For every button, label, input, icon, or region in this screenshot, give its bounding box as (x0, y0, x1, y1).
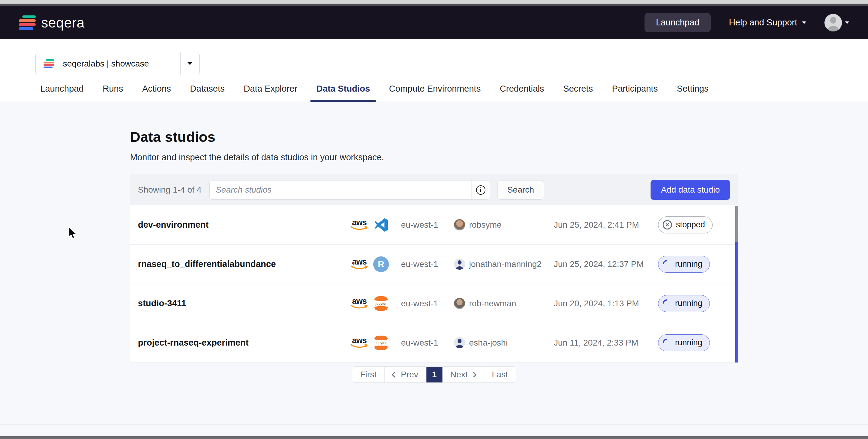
user-cell: jonathan-manning2 (454, 258, 554, 270)
table-row: rnaseq_to_differentialabundance aws jupy… (130, 245, 738, 284)
table-scrollbar[interactable] (735, 205, 738, 363)
region-label: eu-west-1 (401, 338, 454, 348)
status-badge: running (658, 256, 710, 273)
tab-compute-environments[interactable]: Compute Environments (389, 84, 480, 102)
user-menu[interactable] (825, 14, 849, 31)
table-row: project-rnaseq-experiment aws jupyter eu… (130, 323, 738, 363)
status-cell: running (658, 335, 734, 351)
created-date: Jun 20, 2024, 1:13 PM (554, 299, 658, 308)
workspace-selector-toggle[interactable] (181, 62, 199, 65)
pagination-next-label: Next (450, 370, 468, 379)
studio-name-link[interactable]: rnaseq_to_differentialabundance (138, 259, 350, 269)
region-label: eu-west-1 (401, 220, 454, 230)
tab-data-studios[interactable]: Data Studios (316, 84, 370, 102)
tab-data-explorer[interactable]: Data Explorer (244, 84, 297, 102)
table-row: dev-environment aws jupyter eu-west-1 ro… (130, 205, 738, 245)
status-icon (663, 220, 672, 229)
status-badge: stopped (658, 217, 713, 233)
user-name: robsyme (469, 220, 501, 230)
user-avatar-icon (454, 298, 465, 309)
search-field (209, 180, 490, 199)
user-cell: rob-newman (454, 298, 554, 309)
chevron-right-icon (471, 372, 477, 377)
seqera-logo-icon (19, 15, 36, 30)
add-data-studio-button[interactable]: Add data studio (651, 180, 730, 200)
studios-table: dev-environment aws jupyter eu-west-1 ro… (130, 205, 738, 363)
tab-settings[interactable]: Settings (677, 84, 709, 102)
status-icon (661, 337, 673, 349)
launchpad-button[interactable]: Launchpad (645, 13, 711, 32)
tab-launchpad[interactable]: Launchpad (40, 84, 84, 102)
workspace-selector-label: seqeralabs | showcase (63, 59, 180, 69)
created-date: Jun 11, 2024, 2:33 PM (554, 338, 658, 348)
tab-datasets[interactable]: Datasets (190, 84, 224, 102)
environment-icons: aws jupyter (350, 256, 401, 272)
page-subtitle: Monitor and inspect the details of data … (130, 152, 738, 162)
table-row: studio-3411 aws jupyter eu-west-1 rob-ne… (130, 284, 738, 323)
region-label: eu-west-1 (401, 259, 454, 269)
studio-name-link[interactable]: project-rnaseq-experiment (138, 338, 350, 348)
region-label: eu-west-1 (401, 299, 454, 308)
environment-icons: aws jupyter (350, 335, 401, 351)
pagination-current-page[interactable]: 1 (426, 367, 442, 382)
studios-card: Showing 1-4 of 4 Search Add data studio … (130, 175, 738, 363)
chevron-left-icon (392, 372, 397, 377)
footer-divider (0, 425, 868, 425)
status-cell: running (658, 256, 734, 273)
jupyter-icon: jupyter (373, 335, 389, 351)
status-label: stopped (676, 220, 705, 229)
studio-name-link[interactable]: dev-environment (138, 220, 350, 230)
status-badge: running (658, 335, 710, 351)
rstudio-icon (373, 256, 389, 272)
jupyter-icon: jupyter (373, 296, 389, 311)
scrollbar-thumb[interactable] (735, 206, 738, 242)
vscode-icon (373, 217, 389, 233)
search-input[interactable] (210, 181, 471, 199)
top-navbar: seqera Launchpad Help and Support (0, 6, 868, 39)
studios-toolbar: Showing 1-4 of 4 Search Add data studio (130, 175, 738, 205)
tab-participants[interactable]: Participants (612, 84, 658, 102)
pagination-prev-button[interactable]: Prev (384, 367, 426, 382)
user-cell: esha-joshi (454, 337, 554, 348)
help-and-support-label: Help and Support (729, 18, 797, 28)
info-circle-icon (476, 185, 486, 195)
aws-icon: aws (350, 337, 369, 349)
chevron-down-icon (845, 22, 849, 24)
tab-secrets[interactable]: Secrets (563, 84, 593, 102)
user-avatar-icon (454, 337, 465, 348)
studio-name-link[interactable]: studio-3411 (138, 299, 350, 308)
scrollbar-track-accent (735, 242, 738, 363)
tab-runs[interactable]: Runs (103, 84, 123, 102)
user-cell: robsyme (454, 219, 554, 230)
page-title: Data studios (130, 128, 738, 145)
created-date: Jun 25, 2024, 12:37 PM (554, 259, 658, 269)
help-and-support-menu[interactable]: Help and Support (729, 18, 806, 28)
user-name: esha-joshi (469, 338, 508, 348)
workspace-tabs: LaunchpadRunsActionsDatasetsData Explore… (0, 84, 868, 102)
tab-credentials[interactable]: Credentials (500, 84, 544, 102)
aws-icon: aws (350, 219, 369, 231)
status-icon (661, 297, 673, 310)
chevron-down-icon (187, 62, 192, 65)
showing-count: Showing 1-4 of 4 (138, 185, 202, 195)
status-cell: stopped (658, 217, 734, 233)
search-info-button[interactable] (471, 185, 490, 195)
status-label: running (675, 299, 702, 308)
main-content: Data studios Monitor and inspect the det… (0, 102, 868, 383)
aws-icon: aws (350, 258, 369, 270)
pagination-last-button[interactable]: Last (484, 367, 516, 382)
brand-logo[interactable]: seqera (19, 14, 85, 31)
pagination-first-button[interactable]: First (352, 367, 384, 382)
search-button[interactable]: Search (497, 180, 544, 199)
pagination: First Prev 1 Next Last (130, 367, 738, 383)
aws-icon: aws (350, 297, 369, 309)
tab-actions[interactable]: Actions (142, 84, 171, 102)
status-label: running (675, 338, 702, 347)
environment-icons: aws jupyter (350, 296, 401, 311)
pagination-next-button[interactable]: Next (442, 367, 484, 382)
created-date: Jun 25, 2024, 2:41 PM (554, 220, 658, 230)
status-cell: running (658, 295, 734, 312)
status-label: running (675, 259, 702, 269)
workspace-selector[interactable]: seqeralabs | showcase (35, 52, 199, 75)
seqera-mark-icon (43, 59, 54, 68)
